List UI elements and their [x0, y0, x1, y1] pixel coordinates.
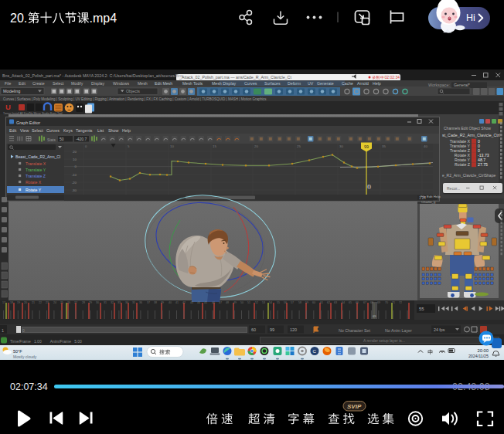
svg-text:69: 69 [373, 314, 376, 318]
svg-text:0: 0 [85, 144, 87, 148]
svg-text:22: 22 [39, 301, 42, 304]
svg-text:19: 19 [17, 301, 20, 304]
svg-text:70: 70 [385, 301, 388, 304]
svg-text:59: 59 [305, 301, 308, 304]
svg-text:02:07:34: 02:07:34 [10, 381, 48, 392]
svg-text:65: 65 [349, 301, 352, 304]
svg-text:Show: Show [108, 128, 118, 133]
svg-text:58: 58 [298, 301, 301, 304]
svg-text:-10: -10 [72, 173, 77, 177]
svg-text:-420.7: -420.7 [76, 137, 87, 141]
svg-text:File: File [5, 81, 11, 86]
svg-text:st_Cade_R2_Arm_Clavicle_Ctrl: st_Cade_R2_Arm_Clavicle_Ctrl [442, 133, 500, 137]
svg-text:Edit: Edit [19, 81, 26, 86]
svg-text:57: 57 [291, 301, 294, 304]
svg-text:36: 36 [139, 301, 142, 304]
svg-text:25: 25 [60, 301, 63, 304]
svg-text:42: 42 [182, 301, 186, 304]
svg-text:Stats: Stats [47, 138, 56, 142]
svg-text:Beast_Cade_R2_Arm_Cl: Beast_Cade_R2_Arm_Cl [15, 154, 60, 159]
svg-text:49: 49 [233, 301, 237, 304]
svg-text:72: 72 [399, 301, 402, 304]
svg-text:68: 68 [370, 301, 373, 304]
svg-text:30: 30 [96, 301, 99, 304]
svg-text:Translate X: Translate X [26, 161, 46, 166]
svg-text:Hi: Hi [466, 12, 475, 23]
svg-text:43: 43 [190, 301, 193, 304]
svg-text:Rotate Y: Rotate Y [455, 158, 471, 162]
svg-text:34: 34 [125, 301, 128, 304]
svg-text:Recor...: Recor... [447, 186, 460, 191]
svg-text:No Character Set: No Character Set [339, 328, 370, 333]
svg-text:Modeling: Modeling [3, 89, 20, 93]
svg-text:10: 10 [170, 144, 174, 148]
svg-text:46: 46 [212, 301, 215, 304]
svg-text:Rotate X: Rotate X [26, 180, 42, 185]
svg-text:40: 40 [424, 144, 427, 148]
svg-text:Mesh Display: Mesh Display [212, 81, 237, 86]
svg-text:View: View [20, 128, 29, 133]
svg-text:71: 71 [392, 301, 395, 304]
svg-text:55: 55 [277, 301, 280, 304]
svg-text:99: 99 [270, 327, 274, 332]
svg-text:32: 32 [111, 301, 114, 304]
svg-text:18: 18 [10, 301, 13, 304]
svg-text:Objects: Objects [126, 89, 140, 93]
svg-text:.mp4: .mp4 [90, 12, 117, 25]
svg-text:Generate: Generate [317, 81, 334, 86]
svg-text:1: 1 [2, 328, 4, 333]
svg-text:Create: Create [32, 81, 45, 86]
svg-text:Arnold: Arnold [357, 81, 369, 86]
svg-text:69: 69 [377, 301, 380, 304]
svg-text:-20: -20 [72, 181, 77, 185]
svg-text:21: 21 [32, 301, 35, 304]
svg-text:64: 64 [342, 301, 345, 304]
svg-text:UV: UV [308, 81, 314, 86]
svg-text:Keys: Keys [63, 128, 73, 133]
svg-text:120: 120 [290, 327, 297, 332]
svg-text:Deform: Deform [288, 81, 301, 86]
svg-text:Select: Select [53, 81, 64, 86]
svg-text:23: 23 [46, 301, 49, 304]
svg-text:38: 38 [154, 301, 157, 304]
svg-text:0: 0 [478, 148, 480, 153]
svg-text:66: 66 [356, 301, 359, 304]
svg-text:Surfaces: Surfaces [264, 81, 281, 86]
svg-text:26: 26 [67, 301, 70, 304]
svg-text:27: 27 [74, 301, 77, 304]
svg-text:Translate Y: Translate Y [450, 144, 471, 148]
svg-text:Charlie_g: Charlie_g [421, 200, 436, 204]
svg-text:Curves | Surfaces | Poly M: Curves | Surfaces | Poly Modeling | Scul… [3, 97, 267, 101]
svg-text:62: 62 [327, 301, 330, 304]
svg-text:U: U [5, 103, 11, 111]
svg-text:35: 35 [382, 144, 386, 148]
svg-text:2024/11/25: 2024/11/25 [468, 354, 489, 358]
svg-text:28: 28 [82, 301, 85, 304]
svg-text:List: List [97, 128, 104, 133]
svg-text:Mostly cloudy: Mostly cloudy [13, 354, 37, 359]
svg-text:File Edit Help: File Edit Help [421, 195, 441, 198]
svg-text:5: 5 [128, 144, 130, 148]
svg-text:40: 40 [169, 301, 172, 304]
svg-text:37: 37 [147, 301, 150, 304]
svg-text:Translate Z: Translate Z [26, 174, 46, 178]
svg-text:Rotate Z: Rotate Z [455, 162, 470, 167]
svg-text:Windows: Windows [113, 81, 129, 86]
svg-text:54: 54 [269, 301, 272, 304]
svg-text:24: 24 [53, 301, 56, 304]
svg-text:63: 63 [334, 301, 337, 304]
svg-text:Edit Mesh: Edit Mesh [155, 81, 172, 86]
svg-text:Rotate Y: Rotate Y [26, 188, 42, 192]
svg-text:31: 31 [104, 301, 107, 304]
svg-text:Help: Help [122, 128, 131, 133]
svg-text:20: 20 [73, 150, 77, 154]
svg-text:15: 15 [213, 144, 216, 148]
svg-text:29: 29 [89, 301, 92, 304]
svg-text:20:00: 20:00 [477, 348, 489, 353]
svg-text:33: 33 [117, 301, 121, 304]
svg-text:Bns_Attack_02_Polish_part.ma*: Bns_Attack_02_Polish_part.ma* - Autodesk… [2, 73, 183, 78]
svg-text:0: 0 [478, 144, 480, 148]
svg-text:99: 99 [364, 144, 369, 149]
svg-text:10: 10 [73, 158, 77, 161]
svg-text:61: 61 [320, 301, 323, 304]
